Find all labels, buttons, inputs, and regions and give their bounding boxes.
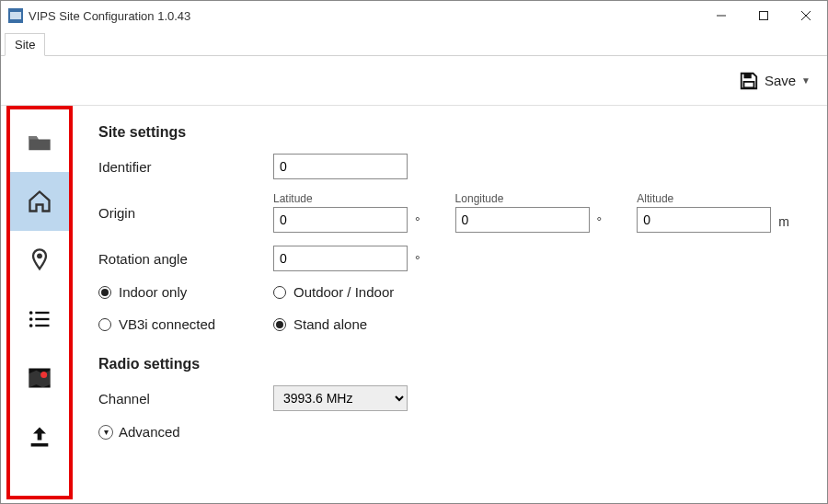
rotation-label: Rotation angle xyxy=(98,251,273,267)
sidebar-item-pin[interactable] xyxy=(10,231,69,290)
home-icon xyxy=(27,189,52,214)
longitude-label: Longitude xyxy=(455,192,590,205)
longitude-unit: ° xyxy=(597,214,603,229)
chevron-down-icon: ▾ xyxy=(98,425,113,440)
site-settings-heading: Site settings xyxy=(98,124,805,141)
svg-rect-3 xyxy=(760,12,768,20)
advanced-label: Advanced xyxy=(119,424,180,440)
outdoor-indoor-label: Outdoor / Indoor xyxy=(293,284,394,300)
channel-select[interactable]: 3993.6 MHz xyxy=(273,385,408,411)
radio-dot-icon xyxy=(273,286,286,299)
row-identifier: Identifier xyxy=(98,154,805,179)
svg-rect-14 xyxy=(35,325,49,326)
menubar: Site xyxy=(1,30,827,56)
longitude-input[interactable] xyxy=(455,207,590,233)
row-channel: Channel 3993.6 MHz xyxy=(98,385,805,411)
main: Site settings Identifier Origin Latitude… xyxy=(1,106,827,503)
sidebar-item-home[interactable] xyxy=(10,172,69,231)
sidebar-item-map[interactable] xyxy=(10,349,69,407)
altitude-label: Altitude xyxy=(637,192,771,205)
row-origin: Origin Latitude ° Longitude ° Altitude m xyxy=(98,192,805,233)
standalone-label: Stand alone xyxy=(293,316,367,332)
folder-icon xyxy=(27,130,52,155)
menu-site[interactable]: Site xyxy=(5,33,45,56)
radio-outdoor-indoor[interactable]: Outdoor / Indoor xyxy=(273,284,476,300)
radio-vb3i-connected[interactable]: VB3i connected xyxy=(98,316,273,332)
latitude-label: Latitude xyxy=(273,192,408,205)
rotation-input[interactable] xyxy=(273,246,408,271)
content: Site settings Identifier Origin Latitude… xyxy=(76,106,827,503)
svg-rect-12 xyxy=(35,318,49,320)
radio-dot-icon xyxy=(98,318,111,331)
app-icon xyxy=(8,8,23,23)
latitude-input[interactable] xyxy=(273,207,408,233)
svg-point-16 xyxy=(40,372,47,378)
advanced-toggle[interactable]: ▾ Advanced xyxy=(98,424,805,440)
altitude-input[interactable] xyxy=(637,207,771,233)
pin-icon xyxy=(27,247,52,273)
row-rotation: Rotation angle ° xyxy=(98,246,805,271)
list-icon xyxy=(27,306,52,332)
radio-dot-icon xyxy=(273,318,286,331)
svg-point-9 xyxy=(29,311,33,315)
close-button[interactable] xyxy=(785,1,827,30)
chevron-down-icon: ▼ xyxy=(801,75,811,86)
save-button[interactable]: Save ▼ xyxy=(739,71,811,91)
sidebar xyxy=(6,106,73,499)
rotation-unit: ° xyxy=(415,253,420,268)
window-title: VIPS Site Configuration 1.0.43 xyxy=(29,9,700,23)
save-icon xyxy=(739,71,759,91)
minimize-button[interactable] xyxy=(700,1,742,30)
svg-point-13 xyxy=(29,324,33,327)
svg-rect-7 xyxy=(743,81,753,86)
window-controls xyxy=(700,1,827,30)
latitude-unit: ° xyxy=(415,214,420,229)
identifier-label: Identifier xyxy=(98,159,273,175)
radio-settings-heading: Radio settings xyxy=(98,356,805,372)
svg-rect-10 xyxy=(35,312,49,314)
altitude-unit: m xyxy=(778,214,789,229)
radio-stand-alone[interactable]: Stand alone xyxy=(273,316,476,332)
svg-point-11 xyxy=(29,317,33,321)
identifier-input[interactable] xyxy=(273,154,408,179)
sidebar-item-folder[interactable] xyxy=(10,113,69,172)
svg-rect-17 xyxy=(31,443,49,447)
sidebar-item-upload[interactable] xyxy=(10,407,69,466)
svg-rect-1 xyxy=(10,12,21,19)
svg-point-8 xyxy=(37,253,42,258)
channel-label: Channel xyxy=(98,391,273,407)
sidebar-item-list[interactable] xyxy=(10,290,69,349)
origin-label: Origin xyxy=(98,205,273,221)
toolbar: Save ▼ xyxy=(1,56,827,106)
radio-dot-icon xyxy=(98,286,111,299)
vb3i-label: VB3i connected xyxy=(119,316,215,332)
upload-icon xyxy=(27,424,52,450)
radio-options: Indoor only Outdoor / Indoor VB3i connec… xyxy=(98,284,805,332)
svg-rect-6 xyxy=(743,73,751,78)
indoor-only-label: Indoor only xyxy=(119,284,187,300)
maximize-button[interactable] xyxy=(742,1,785,30)
titlebar: VIPS Site Configuration 1.0.43 xyxy=(1,1,827,30)
save-label: Save xyxy=(765,73,796,88)
map-icon xyxy=(27,365,52,391)
radio-indoor-only[interactable]: Indoor only xyxy=(98,284,273,300)
